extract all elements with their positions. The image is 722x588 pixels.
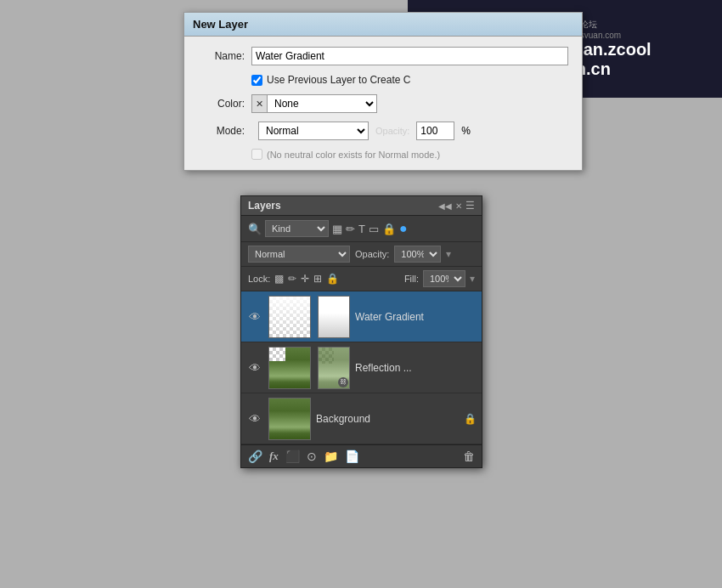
filter-type-icon[interactable]: T <box>358 223 365 235</box>
layers-list: 👁 ⌐ Water Gradient 👁 <box>241 291 482 444</box>
layers-filter-row: 🔍 Kind Name Effect Mode Attribute Color … <box>241 216 482 242</box>
search-icon: 🔍 <box>248 223 262 235</box>
layer-name-background: Background <box>316 413 464 425</box>
color-label: Color: <box>198 98 245 110</box>
neutral-label: (No neutral color exists for Normal mode… <box>267 150 440 160</box>
layer-thumb-reflection <box>268 347 311 389</box>
opacity-arrow: ▾ <box>446 248 451 260</box>
layer-visibility-water[interactable]: 👁 <box>246 310 263 324</box>
neutral-checkbox <box>251 149 262 160</box>
link-layers-icon[interactable]: 🔗 <box>248 449 262 463</box>
layers-opacity-label: Opacity: <box>355 249 389 259</box>
dialog-title: New Layer <box>193 18 248 31</box>
close-icon[interactable]: ✕ <box>455 201 462 211</box>
layers-panel-title: Layers <box>248 200 281 212</box>
fill-label: Fill: <box>404 274 419 284</box>
layer-name-water: Water Gradient <box>355 311 477 323</box>
filter-toggle[interactable]: ● <box>399 221 408 236</box>
add-mask-icon[interactable]: ⊙ <box>307 449 317 463</box>
layer-thumbs-background <box>268 398 311 440</box>
panel-menu-icon[interactable]: ☰ <box>465 200 475 212</box>
thumb-link-water <box>311 296 318 338</box>
layers-panel: Layers ◀◀ ✕ ☰ 🔍 Kind Name Effect Mode At… <box>240 195 482 468</box>
lock-artboard-icon[interactable]: ⊞ <box>313 273 322 285</box>
layer-item-water-gradient[interactable]: 👁 ⌐ Water Gradient <box>241 291 482 342</box>
dialog-body: Name: Use Previous Layer to Create C Col… <box>184 37 582 170</box>
layers-lock-row: Lock: ▩ ✏ ✛ ⊞ 🔒 Fill: 100% 75% 50% ▾ <box>241 267 482 291</box>
filter-kind-select[interactable]: Kind Name Effect Mode Attribute Color <box>265 220 329 237</box>
lock-label: Lock: <box>248 274 270 284</box>
layer-thumb-background <box>268 398 311 440</box>
layers-mode-select[interactable]: Normal Dissolve Multiply Screen Overlay <box>248 246 350 263</box>
name-row: Name: <box>198 47 568 65</box>
new-group-icon[interactable]: 📁 <box>324 449 338 463</box>
layer-thumbs-reflection: ⛓ <box>268 347 350 389</box>
layer-thumb-water: ⌐ <box>268 296 311 338</box>
delete-layer-icon[interactable]: 🗑 <box>463 449 475 463</box>
lock-image-icon[interactable]: ✏ <box>288 273 296 285</box>
opacity-label: Opacity: <box>375 126 409 136</box>
color-x-icon: ✕ <box>251 94 267 113</box>
lock-position-icon[interactable]: ✛ <box>301 273 309 285</box>
lock-transparent-icon[interactable]: ▩ <box>274 273 284 285</box>
dialog-titlebar: New Layer <box>184 13 582 37</box>
thumb-link-reflection <box>311 347 318 389</box>
layers-opacity-select[interactable]: 100% 75% 50% 25% <box>394 246 441 263</box>
layer-mask-reflection: ⛓ <box>318 347 350 389</box>
layer-thumbs-water: ⌐ <box>268 296 350 338</box>
new-fill-layer-icon[interactable]: ⬛ <box>285 449 300 463</box>
mode-select[interactable]: Normal Dissolve Multiply Screen Overlay <box>258 122 369 140</box>
filter-pixel-icon[interactable]: ▦ <box>332 223 342 235</box>
use-previous-row: Use Previous Layer to Create C <box>251 74 568 86</box>
layers-mode-row: Normal Dissolve Multiply Screen Overlay … <box>241 242 482 267</box>
layer-item-reflection[interactable]: 👁 ⛓ Re <box>241 342 482 393</box>
name-input[interactable] <box>251 47 568 65</box>
mode-row: Mode: Normal Dissolve Multiply Screen Ov… <box>198 122 568 140</box>
layer-item-background[interactable]: 👁 Background 🔒 <box>241 393 482 444</box>
new-layer-icon[interactable]: 📄 <box>345 449 359 463</box>
use-previous-checkbox[interactable] <box>251 75 262 86</box>
new-layer-dialog: New Layer Name: Use Previous Layer to Cr… <box>183 12 583 171</box>
filter-adjustment-icon[interactable]: ✏ <box>346 223 355 235</box>
name-label: Name: <box>198 50 245 62</box>
filter-shape-icon[interactable]: ▭ <box>369 223 379 235</box>
use-previous-label: Use Previous Layer to Create C <box>267 74 410 86</box>
fill-arrow: ▾ <box>470 273 475 285</box>
filter-smart-icon[interactable]: 🔒 <box>382 223 396 235</box>
layer-visibility-background[interactable]: 👁 <box>246 412 263 426</box>
collapse-icon[interactable]: ◀◀ <box>438 201 452 211</box>
opacity-unit: % <box>461 125 471 137</box>
color-select[interactable]: None Red Orange Yellow Green Blue Violet… <box>267 94 377 113</box>
fill-select[interactable]: 100% 75% 50% <box>423 270 465 287</box>
fx-icon[interactable]: fx <box>269 449 279 463</box>
link-badge: ⛓ <box>338 377 348 387</box>
layer-name-reflection: Reflection ... <box>355 362 477 374</box>
layers-titlebar: Layers ◀◀ ✕ ☰ <box>241 196 482 216</box>
background-lock-icon: 🔒 <box>464 413 477 425</box>
opacity-input[interactable] <box>416 122 454 140</box>
layer-visibility-reflection[interactable]: 👁 <box>246 361 263 375</box>
neutral-row: (No neutral color exists for Normal mode… <box>251 149 568 160</box>
layer-mask-water <box>318 296 350 338</box>
color-select-wrapper: ✕ None Red Orange Yellow Green Blue Viol… <box>251 94 377 113</box>
color-row: Color: ✕ None Red Orange Yellow Green Bl… <box>198 94 568 113</box>
layers-toolbar: 🔗 fx ⬛ ⊙ 📁 📄 🗑 <box>241 444 482 467</box>
mode-label: Mode: <box>198 125 245 137</box>
lock-all-icon[interactable]: 🔒 <box>326 273 339 285</box>
panel-controls: ◀◀ ✕ ☰ <box>438 200 475 212</box>
